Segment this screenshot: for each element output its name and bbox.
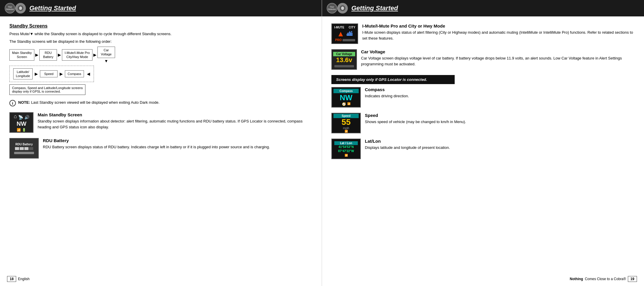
speed-bottom: 📶 xyxy=(345,130,348,133)
note-block: i NOTE: Last Standby screen viewed will … xyxy=(9,100,312,106)
nw-display: NW xyxy=(16,120,26,127)
feature-speed: Speed 55 mph 📶 Speed Shows speed of vehi… xyxy=(331,113,635,133)
gps-note-text: Screens display only if GPS Locator is c… xyxy=(336,77,427,82)
compass-thumbnail: Compass NW 🧭 📶 xyxy=(331,87,361,108)
cobra-logo xyxy=(15,3,26,13)
page-18-content: Standby Screens Press Mute/▼ while the S… xyxy=(0,16,322,171)
latlon-gps-icon: 📶 xyxy=(345,154,348,157)
note-text: NOTE: Last Standby screen viewed will be… xyxy=(18,100,159,105)
page-19: YourDetector Getting Started I-MUTE CITY… xyxy=(322,0,644,286)
detector-logo: YourDetector xyxy=(5,3,15,13)
flow-dashed-section: Latitude/Longitude ◀ Speed ◀ Compass ◀ xyxy=(9,66,94,82)
city-label: CITY xyxy=(349,26,355,29)
rdu-progress xyxy=(14,152,34,154)
pro-label: PRO xyxy=(335,38,342,42)
rdu-bar-4 xyxy=(29,147,33,150)
note-icon: i xyxy=(9,100,16,106)
language-label: English xyxy=(18,277,29,281)
speed-value: 55 xyxy=(341,118,350,126)
flow-note-box: Compass, Speed and Latitude/Longitude sc… xyxy=(9,84,85,95)
antenna-icon: 📡 xyxy=(18,115,23,120)
compass-icon: 🧭 xyxy=(342,102,346,106)
rdu-battery-desc: RDU Battery screen displays status of RD… xyxy=(43,144,270,150)
speed-gps-icon: 📶 xyxy=(345,130,348,133)
gps-icon: 📶 xyxy=(17,128,21,132)
latlon-header: Lat / Lon xyxy=(334,141,358,145)
imute-label: I-MUTE xyxy=(334,26,344,29)
page-19-title: Getting Started xyxy=(351,4,398,12)
rdu-battery-text: RDU Battery RDU Battery screen displays … xyxy=(43,138,270,150)
compass-text: Compass Indicates driving direction. xyxy=(365,87,409,99)
flow-box-imute: I-Mute/I-Mute ProCity/Hwy Mode xyxy=(62,49,92,61)
compass-dir: NW xyxy=(340,93,352,102)
latlon-title: Lat/Lon xyxy=(365,139,450,144)
status-icons: 📶 🔋 xyxy=(17,128,26,132)
flow-arrow-3: ▶ xyxy=(93,52,97,57)
imute-icons: ▲ 🏙 xyxy=(337,30,353,38)
rdu-bars xyxy=(15,147,33,150)
feature-latlon: Lat / Lon 41°54'53"N87°47'22"W 📶 Lat/Lon… xyxy=(331,139,635,159)
compass-bottom: 🧭 📶 xyxy=(342,102,350,106)
rdu-battery-thumbnail: RDU Battery xyxy=(9,138,39,159)
page-19-footer: Nothing Comes Close to a Cobra® 19 xyxy=(322,276,644,282)
voltage-bar xyxy=(334,65,354,67)
imute-top-labels: I-MUTE CITY xyxy=(333,26,356,29)
voltage-text: Car Voltage Car Voltage screen displays … xyxy=(361,49,635,67)
latlon-bottom: 📶 xyxy=(345,154,348,157)
voltage-value: 13.6v xyxy=(336,56,352,64)
speed-thumbnail: Speed 55 mph 📶 xyxy=(331,113,361,133)
tagline-rest: Comes Close to a Cobra® xyxy=(585,277,626,281)
city-buildings-icon: 🏙 xyxy=(347,30,353,37)
imute-bar xyxy=(343,39,355,41)
speed-text: Speed Shows speed of vehicle (may be cha… xyxy=(365,113,466,125)
flow-box-speed: Speed xyxy=(40,70,58,77)
standby-icons: ⌂ 📡 🔊 xyxy=(14,113,29,120)
imute-thumbnail: I-MUTE CITY ▲ 🏙 PRO xyxy=(331,23,358,44)
flow-box-main-standby: Main StandbyScreen xyxy=(9,49,34,61)
tagline-nothing: Nothing xyxy=(570,277,583,281)
feature-compass: Compass NW 🧭 📶 Compass Indicates driving… xyxy=(331,87,635,108)
speed-desc: Shows speed of vehicle (may be changed t… xyxy=(365,119,466,125)
feature-main-standby: ⌂ 📡 🔊 NW 📶 🔋 Main Standby Screen Standby… xyxy=(9,112,312,133)
standby-screens-title: Standby Screens xyxy=(9,23,312,29)
flow-diagram: Main StandbyScreen ▶ RDUBattery ▶ I-Mute… xyxy=(9,47,139,95)
flow-arrow-1: ▶ xyxy=(35,52,38,57)
page-18-num: 18 xyxy=(7,276,16,282)
flow-box-rdu: RDUBattery xyxy=(39,49,57,61)
detector-logo-2: YourDetector xyxy=(327,3,337,13)
main-standby-text: Main Standby Screen Standby screen displ… xyxy=(38,112,312,130)
flow-arrow-left: ◀ xyxy=(87,72,90,76)
rdu-bar-1 xyxy=(15,147,19,150)
car-voltage-desc: Car Voltage screen displays voltage leve… xyxy=(361,55,635,67)
rdu-battery-title: RDU Battery xyxy=(43,138,270,143)
page-18-title: Getting Started xyxy=(29,4,76,12)
flow-right: CarVoltage ▼ xyxy=(97,47,115,63)
compass-desc: Indicates driving direction. xyxy=(365,93,409,99)
page-19-content: I-MUTE CITY ▲ 🏙 PRO I-Mute/I-Mute Pro an… xyxy=(322,16,644,171)
home-icon: ⌂ xyxy=(14,113,17,120)
page-18: YourDetector Getting Started Standby Scr… xyxy=(0,0,322,286)
letter-icon: 🔊 xyxy=(24,115,29,120)
compass-label: Compass xyxy=(333,89,359,93)
standby-intro1: Press Mute/▼ while the Standby screen is… xyxy=(9,31,312,37)
feature-car-voltage: Car Voltage 13.6v Car Voltage Car Voltag… xyxy=(331,49,635,70)
rdu-label: RDU Battery xyxy=(16,143,33,146)
flow-row-1: Main StandbyScreen ▶ RDUBattery ▶ I-Mute… xyxy=(9,47,139,63)
flow-arrow-4: ◀ xyxy=(35,72,38,76)
compass-title: Compass xyxy=(365,87,409,92)
flow-arrow-down: ▼ xyxy=(104,59,108,63)
flow-box-latlon: Latitude/Longitude xyxy=(13,68,33,80)
imute-title: I-Mute/I-Mute Pro and City or Hwy Mode xyxy=(362,23,635,28)
battery-icon: 🔋 xyxy=(22,128,26,132)
gps-note-bar: Screens display only if GPS Locator is c… xyxy=(331,75,455,84)
feature-rdu-battery: RDU Battery RDU Battery RDU Battery scre… xyxy=(9,138,312,159)
flow-arrow-5: ◀ xyxy=(60,72,63,76)
footer-right: Nothing Comes Close to a Cobra® 19 xyxy=(570,276,637,282)
page-18-footer: 18 English xyxy=(0,276,322,282)
imute-arrow-icon: ▲ xyxy=(337,30,345,38)
page-18-header: YourDetector Getting Started xyxy=(0,0,322,16)
page-19-num: 19 xyxy=(628,276,637,282)
imute-text: I-Mute/I-Mute Pro and City or Hwy Mode I… xyxy=(362,23,635,41)
compass-gps-icon: 📶 xyxy=(347,102,350,106)
cobra-logo-2 xyxy=(337,3,348,13)
